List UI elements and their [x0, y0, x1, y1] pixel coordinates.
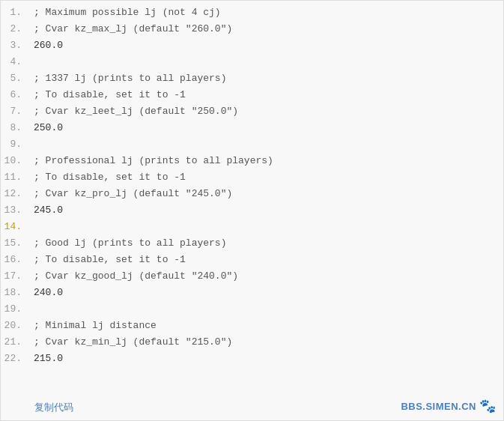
- table-row: 1.; Maximum possible lj (not 4 cj): [1, 7, 503, 23]
- line-number: 3.: [1, 40, 31, 51]
- site-icon: 🐾: [479, 398, 496, 414]
- line-number: 6.: [1, 89, 31, 100]
- line-number: 11.: [1, 172, 31, 183]
- table-row: 8.250.0: [1, 122, 503, 139]
- table-row: 11.; To disable, set it to -1: [1, 172, 503, 188]
- table-row: 14.: [1, 221, 503, 237]
- line-number: 1.: [1, 7, 31, 18]
- line-content: 240.0: [31, 287, 503, 298]
- line-content: 245.0: [31, 205, 503, 216]
- line-content: 250.0: [31, 122, 503, 133]
- line-number: 20.: [1, 320, 31, 331]
- line-content: ; Minimal lj distance: [31, 320, 503, 331]
- line-number: 12.: [1, 188, 31, 199]
- line-content: ; 1337 lj (prints to all players): [31, 73, 503, 84]
- line-number: 9.: [1, 139, 31, 150]
- line-content: ; Good lj (prints to all players): [31, 237, 503, 249]
- table-row: 2.; Cvar kz_max_lj (default "260.0"): [1, 23, 503, 40]
- line-number: 8.: [1, 122, 31, 133]
- line-content: ; Cvar kz_good_lj (default "240.0"): [31, 270, 503, 282]
- table-row: 20.; Minimal lj distance: [1, 320, 503, 336]
- table-row: 6.; To disable, set it to -1: [1, 89, 503, 106]
- copy-link[interactable]: 复制代码: [34, 401, 73, 414]
- line-content: 215.0: [31, 353, 503, 364]
- line-content: ; Cvar kz_leet_lj (default "250.0"): [31, 106, 503, 117]
- line-content: ; Professional lj (prints to all players…: [31, 155, 503, 166]
- footer: BBS.SIMEN.CN 🐾: [401, 398, 496, 414]
- line-content: ; Cvar kz_pro_lj (default "245.0"): [31, 188, 503, 199]
- table-row: 22.215.0: [1, 353, 503, 369]
- table-row: 16.; To disable, set it to -1: [1, 254, 503, 270]
- line-number: 22.: [1, 353, 31, 364]
- line-number: 7.: [1, 106, 31, 117]
- code-body: 1.; Maximum possible lj (not 4 cj)2.; Cv…: [1, 1, 503, 375]
- table-row: 18.240.0: [1, 287, 503, 303]
- table-row: 5.; 1337 lj (prints to all players): [1, 73, 503, 89]
- line-content: 260.0: [31, 40, 503, 51]
- line-number: 4.: [1, 56, 31, 67]
- line-content: ; To disable, set it to -1: [31, 89, 503, 100]
- line-number: 21.: [1, 336, 31, 348]
- line-content: [31, 303, 503, 315]
- table-row: 17.; Cvar kz_good_lj (default "240.0"): [1, 270, 503, 287]
- table-row: 3.260.0: [1, 40, 503, 56]
- line-number: 18.: [1, 287, 31, 298]
- line-content: [31, 139, 503, 150]
- line-number: 14.: [1, 221, 31, 232]
- table-row: 21.; Cvar kz_min_lj (default "215.0"): [1, 336, 503, 353]
- line-content: ; To disable, set it to -1: [31, 254, 503, 265]
- line-number: 2.: [1, 23, 31, 34]
- code-container: 1.; Maximum possible lj (not 4 cj)2.; Cv…: [0, 0, 504, 421]
- line-number: 16.: [1, 254, 31, 265]
- line-number: 15.: [1, 237, 31, 249]
- line-content: ; Maximum possible lj (not 4 cj): [31, 7, 503, 18]
- table-row: 12.; Cvar kz_pro_lj (default "245.0"): [1, 188, 503, 205]
- line-number: 10.: [1, 155, 31, 166]
- table-row: 7.; Cvar kz_leet_lj (default "250.0"): [1, 106, 503, 122]
- line-number: 13.: [1, 205, 31, 216]
- line-number: 5.: [1, 73, 31, 84]
- table-row: 4.: [1, 56, 503, 73]
- line-content: [31, 56, 503, 67]
- table-row: 9.: [1, 139, 503, 155]
- line-content: ; To disable, set it to -1: [31, 172, 503, 183]
- table-row: 19.: [1, 303, 503, 320]
- line-content: ; Cvar kz_min_lj (default "215.0"): [31, 336, 503, 348]
- line-number: 17.: [1, 270, 31, 282]
- site-link[interactable]: BBS.SIMEN.CN: [401, 401, 476, 412]
- table-row: 10.; Professional lj (prints to all play…: [1, 155, 503, 172]
- line-content: ; Cvar kz_max_lj (default "260.0"): [31, 23, 503, 34]
- table-row: 15.; Good lj (prints to all players): [1, 237, 503, 254]
- line-content: [31, 221, 503, 232]
- line-number: 19.: [1, 303, 31, 315]
- table-row: 13.245.0: [1, 205, 503, 221]
